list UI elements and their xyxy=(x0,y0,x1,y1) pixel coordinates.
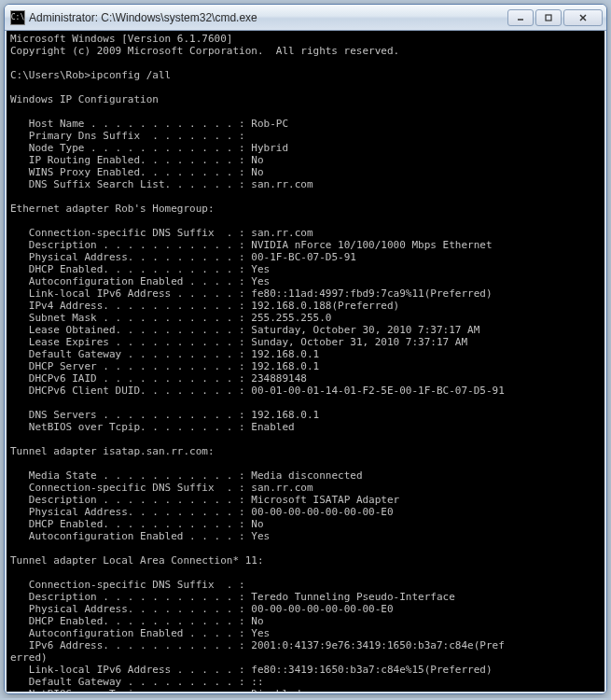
a1-dhcp-srv: DHCP Server . . . . . . . . . . . : 192.… xyxy=(10,360,603,372)
prompt-command: C:\Users\Rob>ipconfig /all xyxy=(10,69,603,81)
a3-desc: Description . . . . . . . . . . . : Tere… xyxy=(10,591,603,603)
svg-rect-1 xyxy=(546,15,551,21)
a3-dhcp-en: DHCP Enabled. . . . . . . . . . . : No xyxy=(10,615,603,627)
copyright-line: Copyright (c) 2009 Microsoft Corporation… xyxy=(10,45,603,57)
a1-conn-dns: Connection-specific DNS Suffix . : san.r… xyxy=(10,227,603,239)
adapter1-title: Ethernet adapter Rob's Homegroup: xyxy=(10,203,603,215)
a1-duid: DHCPv6 Client DUID. . . . . . . . : 00-0… xyxy=(10,385,603,397)
a3-phys: Physical Address. . . . . . . . . : 00-0… xyxy=(10,603,603,615)
a3-ipv6-wrap: erred) xyxy=(10,651,603,664)
a1-ll6: Link-local IPv6 Address . . . . . : fe80… xyxy=(10,287,603,300)
a2-desc: Description . . . . . . . . . . . : Micr… xyxy=(10,494,603,506)
a1-dhcp-en: DHCP Enabled. . . . . . . . . . . : Yes xyxy=(10,263,603,275)
ip-routing-row: IP Routing Enabled. . . . . . . . : No xyxy=(10,154,603,166)
a1-gateway: Default Gateway . . . . . . . . . : 192.… xyxy=(10,348,603,360)
a2-phys: Physical Address. . . . . . . . . : 00-0… xyxy=(10,506,603,518)
a1-ipv4: IPv4 Address. . . . . . . . . . . : 192.… xyxy=(10,300,603,312)
primary-dns-row: Primary Dns Suffix . . . . . . . : xyxy=(10,130,603,142)
minimize-button[interactable] xyxy=(507,9,534,26)
titlebar[interactable]: C:\ Administrator: C:\Windows\system32\c… xyxy=(5,5,606,31)
a1-mask: Subnet Mask . . . . . . . . . . . : 255.… xyxy=(10,312,603,324)
a1-dns-srv: DNS Servers . . . . . . . . . . . : 192.… xyxy=(10,409,603,421)
adapter3-title: Tunnel adapter Local Area Connection* 11… xyxy=(10,554,603,567)
a1-lease-ex: Lease Expires . . . . . . . . . . : Sund… xyxy=(10,336,603,348)
cmd-icon: C:\ xyxy=(10,10,25,25)
version-line: Microsoft Windows [Version 6.1.7600] xyxy=(10,33,603,45)
ipconfig-title: Windows IP Configuration xyxy=(10,93,603,105)
a1-netbios: NetBIOS over Tcpip. . . . . . . . : Enab… xyxy=(10,421,603,433)
a1-lease-ob: Lease Obtained. . . . . . . . . . : Satu… xyxy=(10,324,603,336)
wins-proxy-row: WINS Proxy Enabled. . . . . . . . : No xyxy=(10,166,603,178)
a1-desc: Description . . . . . . . . . . . : NVID… xyxy=(10,239,603,251)
node-type-row: Node Type . . . . . . . . . . . . : Hybr… xyxy=(10,142,603,154)
adapter2-title: Tunnel adapter isatap.san.rr.com: xyxy=(10,445,603,457)
a2-dhcp-en: DHCP Enabled. . . . . . . . . . . : No xyxy=(10,518,603,530)
window-title: Administrator: C:\Windows\system32\cmd.e… xyxy=(29,11,506,24)
a1-iaid: DHCPv6 IAID . . . . . . . . . . . : 2348… xyxy=(10,372,603,385)
maximize-button[interactable] xyxy=(535,9,562,26)
host-name-row: Host Name . . . . . . . . . . . . : Rob-… xyxy=(10,118,603,130)
a3-ll6: Link-local IPv6 Address . . . . . : fe80… xyxy=(10,664,603,676)
close-button[interactable] xyxy=(563,9,603,26)
a3-conn-dns: Connection-specific DNS Suffix . : xyxy=(10,579,603,591)
a1-autoconf: Autoconfiguration Enabled . . . . : Yes xyxy=(10,275,603,287)
a3-gateway: Default Gateway . . . . . . . . . : :: xyxy=(10,676,603,688)
a3-ipv6: IPv6 Address. . . . . . . . . . . : 2001… xyxy=(10,639,603,651)
a3-autoconf: Autoconfiguration Enabled . . . . : Yes xyxy=(10,627,603,639)
a2-conn-dns: Connection-specific DNS Suffix . : san.r… xyxy=(10,482,603,494)
a3-netbios: NetBIOS over Tcpip. . . . . . . . : Disa… xyxy=(10,688,603,693)
window-controls xyxy=(506,9,603,26)
a1-phys: Physical Address. . . . . . . . . : 00-1… xyxy=(10,251,603,263)
terminal-output[interactable]: Microsoft Windows [Version 6.1.7600]Copy… xyxy=(5,31,606,693)
dns-suffix-list-row: DNS Suffix Search List. . . . . . : san.… xyxy=(10,178,603,190)
cmd-window: C:\ Administrator: C:\Windows\system32\c… xyxy=(4,4,607,694)
a2-autoconf: Autoconfiguration Enabled . . . . : Yes xyxy=(10,530,603,542)
a2-media: Media State . . . . . . . . . . . : Medi… xyxy=(10,469,603,482)
